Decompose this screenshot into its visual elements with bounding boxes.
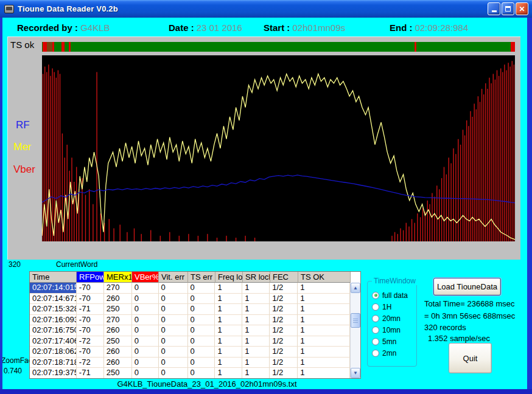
table-cell[interactable]: 02:07:19:375: [30, 368, 77, 378]
radio-20mn[interactable]: 20mn: [372, 314, 416, 322]
radio-10mn[interactable]: 10mn: [372, 326, 416, 334]
table-cell[interactable]: 1/2: [270, 368, 298, 378]
table-cell[interactable]: 1: [242, 294, 270, 305]
table-cell[interactable]: 1: [298, 325, 350, 336]
scroll-down-button[interactable]: ▼: [351, 368, 360, 378]
table-row[interactable]: 02:07:18:062-70260000111/21: [30, 347, 350, 358]
col-header-vber-[interactable]: VBer%: [132, 272, 159, 283]
table-cell[interactable]: 1: [242, 315, 270, 326]
table-cell[interactable]: 1: [298, 347, 350, 358]
table-cell[interactable]: 1: [298, 294, 350, 305]
col-header-freq-lock[interactable]: Freq lock: [215, 272, 243, 283]
table-row[interactable]: 02:07:14:671-70260000111/21: [30, 294, 350, 305]
table-cell[interactable]: -70: [77, 283, 104, 294]
table-cell[interactable]: 1: [242, 347, 270, 358]
table-cell[interactable]: 1: [298, 304, 350, 315]
table-cell[interactable]: -70: [77, 315, 104, 326]
table-cell[interactable]: 0: [188, 368, 215, 378]
table-cell[interactable]: 1: [215, 368, 242, 378]
table-cell[interactable]: 0: [159, 336, 188, 347]
table-cell[interactable]: 02:07:16:093: [30, 315, 77, 326]
table-cell[interactable]: 1: [215, 347, 242, 358]
table-cell[interactable]: -70: [77, 294, 104, 305]
table-cell[interactable]: 02:07:15:328: [30, 304, 77, 315]
table-cell[interactable]: 0: [132, 336, 159, 347]
col-header-merx10[interactable]: MERx10: [104, 272, 132, 283]
table-cell[interactable]: 0: [188, 325, 215, 336]
table-cell[interactable]: 1: [298, 336, 350, 347]
table-cell[interactable]: 0: [132, 315, 159, 326]
table-cell[interactable]: 1/2: [270, 336, 298, 347]
load-tiounedata-button[interactable]: Load TiouneData: [433, 278, 501, 296]
table-cell[interactable]: -72: [77, 358, 104, 368]
table-cell[interactable]: 1: [215, 358, 242, 368]
table-cell[interactable]: 250: [104, 368, 132, 378]
table-cell[interactable]: 0: [159, 368, 188, 378]
table-cell[interactable]: 1/2: [270, 304, 298, 315]
table-cell[interactable]: 02:07:18:062: [30, 347, 77, 358]
col-header-vit-err[interactable]: Vit. err: [159, 272, 188, 283]
col-header-fec[interactable]: FEC: [270, 272, 298, 283]
table-cell[interactable]: 0: [188, 294, 215, 305]
table-cell[interactable]: 0: [159, 304, 188, 315]
scrollbar-thumb[interactable]: [351, 313, 360, 328]
table-cell[interactable]: 02:07:17:406: [30, 336, 77, 347]
table-cell[interactable]: 0: [188, 304, 215, 315]
table-cell[interactable]: 260: [104, 358, 132, 368]
table-cell[interactable]: 1: [242, 304, 270, 315]
table-cell[interactable]: 1: [242, 358, 270, 368]
table-cell[interactable]: 260: [104, 325, 132, 336]
table-cell[interactable]: 0: [132, 304, 159, 315]
table-cell[interactable]: 0: [159, 358, 188, 368]
table-cell[interactable]: 1: [242, 368, 270, 378]
col-header-time[interactable]: Time: [30, 272, 77, 283]
table-cell[interactable]: 02:07:14:671: [30, 294, 77, 305]
table-cell[interactable]: 1: [215, 283, 242, 294]
table-cell[interactable]: 1: [298, 283, 350, 294]
table-cell[interactable]: 1/2: [270, 294, 298, 305]
table-cell[interactable]: 0: [159, 347, 188, 358]
col-header-ts-ok[interactable]: TS OK: [298, 272, 351, 283]
table-row[interactable]: 02:07:19:375-71250000111/21: [30, 368, 350, 378]
table-cell[interactable]: 1: [242, 283, 270, 294]
scroll-up-button[interactable]: ▲: [351, 283, 360, 293]
table-cell[interactable]: -70: [77, 347, 104, 358]
table-cell[interactable]: 0: [159, 283, 188, 294]
table-cell[interactable]: 0: [188, 358, 215, 368]
col-header-sr-lock[interactable]: SR lock: [243, 272, 270, 283]
table-cell[interactable]: -71: [77, 368, 104, 378]
table-row[interactable]: 02:07:16:093-70270000111/21: [30, 315, 350, 326]
table-cell[interactable]: 0: [132, 283, 159, 294]
table-cell[interactable]: 1: [215, 304, 242, 315]
table-cell[interactable]: 1: [242, 336, 270, 347]
table-cell[interactable]: 1/2: [270, 358, 298, 368]
radio-full-data[interactable]: full data: [372, 291, 416, 299]
table-cell[interactable]: -72: [77, 336, 104, 347]
table-row[interactable]: 02:07:15:328-71250000111/21: [30, 304, 350, 315]
radio-2mn[interactable]: 2mn: [372, 349, 416, 357]
table-cell[interactable]: 270: [104, 315, 132, 326]
table-cell[interactable]: 02:07:16:750: [30, 325, 77, 336]
table-cell[interactable]: 0: [132, 294, 159, 305]
table-scrollbar[interactable]: ▲ ▼: [350, 283, 360, 378]
table-cell[interactable]: 1/2: [270, 283, 298, 294]
table-row[interactable]: 02:07:14:015-70270000111/21: [30, 283, 350, 294]
table-cell[interactable]: -71: [77, 304, 104, 315]
table-cell[interactable]: 0: [188, 283, 215, 294]
table-cell[interactable]: 260: [104, 294, 132, 305]
table-cell[interactable]: 02:07:18:718: [30, 358, 77, 368]
table-cell[interactable]: 1: [298, 358, 350, 368]
table-cell[interactable]: 1: [215, 294, 242, 305]
quit-button[interactable]: Quit: [449, 343, 492, 373]
table-cell[interactable]: 270: [104, 283, 132, 294]
table-cell[interactable]: 0: [159, 325, 188, 336]
table-cell[interactable]: 02:07:14:015: [30, 283, 77, 294]
col-header-ts-err[interactable]: TS err: [188, 272, 215, 283]
table-cell[interactable]: 1: [215, 315, 242, 326]
radio-5mn[interactable]: 5mn: [372, 337, 416, 345]
minimize-button[interactable]: [488, 2, 500, 15]
table-cell[interactable]: 0: [159, 294, 188, 305]
table-cell[interactable]: 0: [188, 315, 215, 326]
table-cell[interactable]: 0: [188, 347, 215, 358]
table-cell[interactable]: 1/2: [270, 325, 298, 336]
